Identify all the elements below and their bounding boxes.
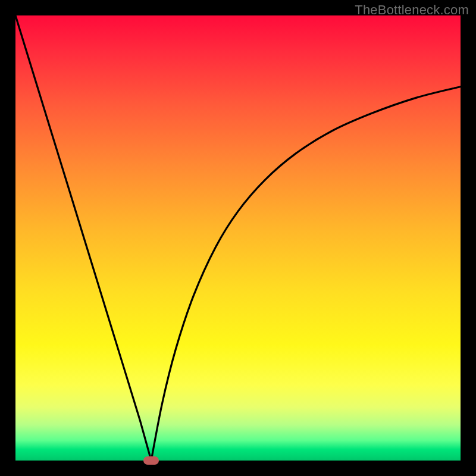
minimum-point-marker bbox=[143, 456, 159, 465]
chart-plot-area bbox=[15, 15, 461, 461]
curve-path bbox=[15, 15, 461, 461]
bottleneck-curve bbox=[15, 15, 461, 461]
watermark-text: TheBottleneck.com bbox=[355, 2, 469, 18]
